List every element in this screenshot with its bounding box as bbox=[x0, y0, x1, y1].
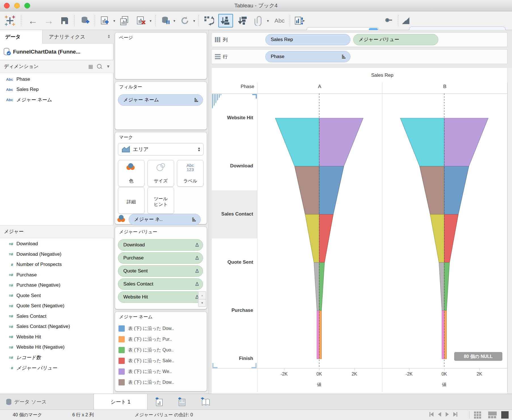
phase-row-label-purchase[interactable]: Purchase bbox=[212, 308, 253, 313]
new-dashboard-tab-button[interactable] bbox=[177, 397, 188, 406]
detail-button[interactable]: 詳細 bbox=[118, 187, 145, 214]
funnel-segment-website-hit-left[interactable] bbox=[275, 118, 319, 166]
swap-rows-columns-button[interactable] bbox=[202, 14, 216, 27]
legend-item[interactable]: 表 (下) に沿った We.. bbox=[115, 366, 207, 377]
measure-values-pill[interactable]: DownloadΔ bbox=[118, 239, 203, 251]
legend-item[interactable]: 表 (下) に沿った Dow.. bbox=[115, 377, 207, 388]
measure-field[interactable]: #メジャー バリュー bbox=[0, 363, 113, 373]
group-members-button[interactable] bbox=[252, 14, 265, 27]
duplicate-sheet-button[interactable] bbox=[118, 14, 133, 27]
columns-pill-measure-values[interactable]: メジャー バリュー bbox=[353, 34, 438, 45]
tooltip-button[interactable]: ツールヒント bbox=[147, 187, 174, 214]
rows-shelf[interactable]: 行 Phase bbox=[211, 49, 507, 64]
funnel-segment-sales-contact-right[interactable] bbox=[319, 214, 333, 263]
funnel-segment-website-hit-right[interactable] bbox=[319, 118, 363, 166]
funnel-segment-purchase-left[interactable] bbox=[317, 311, 319, 359]
funnel-segment-download-left[interactable] bbox=[420, 166, 444, 214]
size-button[interactable]: サイズ bbox=[147, 160, 174, 187]
phase-row-label-finish[interactable]: Finish bbox=[212, 356, 253, 361]
measure-field[interactable]: =#Sales Contact bbox=[0, 311, 113, 321]
previous-page-icon[interactable] bbox=[438, 412, 441, 417]
funnel-pane-b[interactable] bbox=[382, 93, 507, 368]
measure-values-pill[interactable]: Quote SentΔ bbox=[118, 265, 203, 277]
first-page-icon[interactable] bbox=[430, 412, 433, 417]
tab-analytics[interactable]: アナリティクス bbox=[43, 30, 113, 44]
phase-row-label-sales-contact[interactable]: Sales Contact bbox=[212, 211, 253, 217]
tableau-logo-icon[interactable] bbox=[3, 14, 17, 27]
columns-pill-sales-rep[interactable]: Sales Rep bbox=[265, 34, 350, 45]
next-page-icon[interactable] bbox=[446, 412, 449, 417]
funnel-segment-sales-contact-left[interactable] bbox=[305, 214, 319, 263]
funnel-segment-sales-contact-left[interactable] bbox=[430, 214, 444, 263]
measure-field[interactable]: =#Download bbox=[0, 239, 113, 249]
measure-values-pill[interactable]: Sales ContactΔ bbox=[118, 278, 203, 290]
new-worksheet-tab-button[interactable] bbox=[155, 397, 165, 406]
measure-field[interactable]: =#Sales Contact (Negative) bbox=[0, 321, 113, 332]
new-story-tab-button[interactable] bbox=[200, 397, 211, 406]
measure-field[interactable]: =#Download (Negative) bbox=[0, 249, 113, 259]
save-button[interactable] bbox=[58, 14, 71, 27]
row-field-header[interactable]: Phase bbox=[212, 84, 254, 89]
show-mark-labels-button[interactable]: Abc bbox=[272, 14, 287, 27]
undo-button[interactable]: ← bbox=[26, 14, 40, 27]
group-members-caret[interactable]: ▾ bbox=[266, 14, 270, 27]
last-page-icon[interactable] bbox=[453, 412, 457, 417]
phase-row-label-quote-sent[interactable]: Quote Sent bbox=[212, 259, 253, 265]
phase-row-label-website-hit[interactable]: Website Hit bbox=[212, 115, 253, 121]
full-view-icon[interactable] bbox=[501, 411, 509, 419]
funnel-segment-download-right[interactable] bbox=[444, 166, 469, 214]
pane-header-a[interactable]: A bbox=[257, 84, 382, 89]
search-icon[interactable] bbox=[97, 64, 101, 69]
mark-type-dropdown[interactable]: エリア ▴▾ bbox=[118, 143, 204, 155]
legend-item[interactable]: 表 (下) に沿った Pur.. bbox=[115, 334, 207, 345]
funnel-segment-download-left[interactable] bbox=[295, 166, 319, 214]
funnel-segment-website-hit-left[interactable] bbox=[400, 118, 444, 166]
clear-sheet-caret[interactable]: ▾ bbox=[149, 14, 153, 27]
redo-button[interactable]: → bbox=[42, 14, 56, 27]
measure-field[interactable]: =#レコード数 bbox=[0, 353, 113, 363]
funnel-segment-purchase-right[interactable] bbox=[444, 311, 447, 359]
phase-row-label-download[interactable]: Download bbox=[212, 163, 253, 169]
dimension-field[interactable]: AbcSales Rep bbox=[0, 84, 113, 95]
label-button[interactable]: Abc123 ラベル bbox=[177, 160, 204, 187]
color-pill-measure-names[interactable]: メジャー ネ.. bbox=[129, 214, 201, 225]
measure-field[interactable]: =#Purchase (Negative) bbox=[0, 280, 113, 290]
measure-values-pill[interactable]: Website HitΔ bbox=[118, 291, 203, 303]
tab-data[interactable]: データ bbox=[0, 30, 43, 44]
funnel-pane-a[interactable] bbox=[257, 93, 382, 368]
scroll-up-icon[interactable]: ▴ bbox=[198, 292, 206, 299]
filter-pill-measure-names[interactable]: メジャー ネーム bbox=[118, 94, 203, 106]
measure-field[interactable]: =#Purchase bbox=[0, 270, 113, 280]
refresh-button[interactable] bbox=[178, 14, 192, 27]
grid-view-icon[interactable] bbox=[474, 412, 481, 419]
clear-sheet-button[interactable] bbox=[134, 14, 148, 27]
legend-item[interactable]: 表 (下) に沿った Quo.. bbox=[115, 345, 207, 355]
legend-item[interactable]: 表 (下) に沿った Sale.. bbox=[115, 355, 207, 366]
measure-field[interactable]: =#Website Hit bbox=[0, 332, 113, 342]
color-button[interactable]: 色 bbox=[118, 160, 145, 187]
funnel-segment-quote-sent-right[interactable] bbox=[319, 263, 325, 311]
pane-expander-icon[interactable]: ⇕ bbox=[107, 34, 111, 39]
columns-shelf[interactable]: 列 Sales Rep メジャー バリュー bbox=[211, 32, 507, 47]
funnel-segment-quote-sent-left[interactable] bbox=[314, 263, 319, 311]
tab-datasource[interactable]: データ ソース bbox=[0, 394, 94, 410]
funnel-segment-purchase-left[interactable] bbox=[442, 311, 444, 359]
measure-field[interactable]: =#Website Hit (Negative) bbox=[0, 342, 113, 352]
pause-updates-caret[interactable]: ▾ bbox=[172, 14, 176, 27]
dimension-field[interactable]: AbcPhase bbox=[0, 74, 113, 84]
new-worksheet-button[interactable] bbox=[98, 14, 112, 27]
highlight-caret[interactable]: ▾ bbox=[302, 14, 306, 27]
scroll-down-icon[interactable]: ▾ bbox=[198, 299, 206, 307]
pause-auto-updates-button[interactable] bbox=[159, 14, 172, 27]
filmstrip-view-icon[interactable] bbox=[488, 412, 497, 418]
view-as-grid-icon[interactable]: ▦ bbox=[88, 60, 93, 73]
vertical-scrollbar[interactable] bbox=[507, 68, 512, 394]
presentation-mode-icon[interactable] bbox=[400, 14, 412, 27]
measure-values-pill[interactable]: PurchaseΔ bbox=[118, 252, 203, 264]
measure-field[interactable]: #Number of Prospects bbox=[0, 259, 113, 270]
funnel-segment-quote-sent-left[interactable] bbox=[439, 263, 444, 311]
dimension-field[interactable]: Abcメジャー ネーム bbox=[0, 95, 113, 105]
legend-item[interactable]: 表 (下) に沿った Dow.. bbox=[115, 323, 207, 334]
funnel-segment-sales-contact-right[interactable] bbox=[444, 214, 458, 263]
chart-view[interactable]: Sales Rep Phase A B Website HitDownloadS… bbox=[212, 68, 507, 394]
